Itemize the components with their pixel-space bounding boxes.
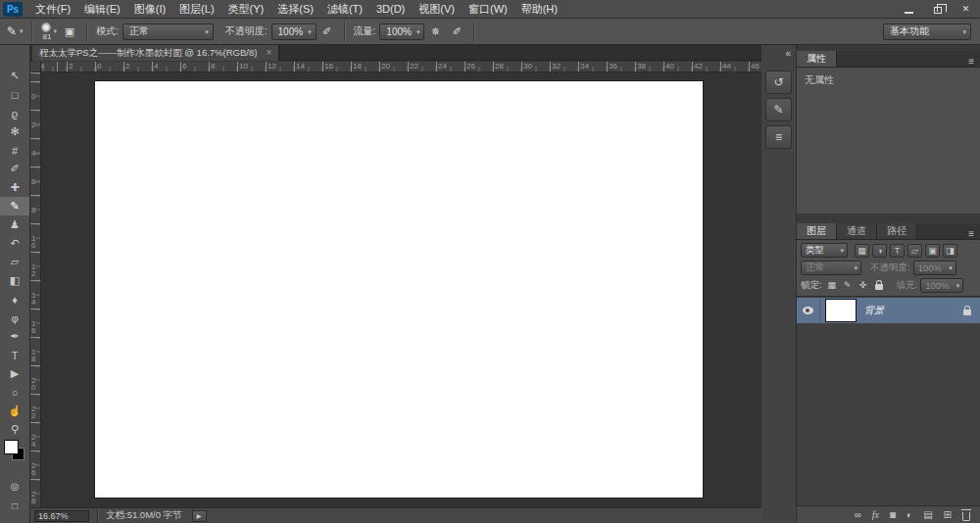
hruler-label: 2 bbox=[125, 62, 129, 71]
window-restore-button[interactable] bbox=[923, 0, 952, 19]
layer-effects-icon[interactable]: fx bbox=[872, 510, 879, 520]
panel-menu-icon[interactable]: ≡ bbox=[962, 228, 980, 239]
zoom-level-field[interactable]: 16.67% bbox=[34, 510, 89, 522]
adjustment-layer-icon[interactable]: ◐ bbox=[906, 510, 912, 520]
layer-row-background[interactable]: 背景 bbox=[797, 298, 980, 323]
tools-extra: ◎□ bbox=[0, 476, 29, 515]
document-size-info: 文档:51.0M/0 字节 bbox=[106, 509, 182, 522]
lock-transparency-icon[interactable]: ▦ bbox=[825, 279, 839, 292]
history-panel-icon[interactable]: ↺ bbox=[765, 71, 792, 94]
brush-tip-icon bbox=[41, 23, 51, 32]
gradient-tool[interactable]: ◧ bbox=[0, 271, 29, 290]
menu-item-9[interactable]: 视图(V) bbox=[412, 0, 462, 18]
toggle-brush-panel-button[interactable]: ▣ bbox=[59, 22, 80, 41]
layer-blend-mode-select[interactable]: 正常 ▾ bbox=[801, 261, 861, 275]
minimize-icon bbox=[905, 12, 913, 14]
filter-smart-objects-icon[interactable]: ▣ bbox=[925, 244, 940, 258]
move-tool[interactable]: ↖ bbox=[0, 67, 29, 85]
dodge-tool[interactable]: φ bbox=[0, 309, 29, 327]
opacity-select[interactable]: 100% ▾ bbox=[271, 24, 317, 40]
window-minimize-button[interactable] bbox=[895, 0, 923, 19]
vruler-label: 12 bbox=[31, 263, 39, 277]
brush-preset-picker[interactable]: 81 ▾ bbox=[41, 23, 57, 41]
menu-item-1[interactable]: 文件(F) bbox=[28, 0, 77, 18]
panel-menu-icon[interactable]: ≡ bbox=[962, 56, 980, 67]
filter-switch-icon[interactable]: ◨ bbox=[943, 244, 957, 258]
link-layers-icon[interactable]: ∞ bbox=[855, 510, 861, 520]
flow-select[interactable]: 100% ▾ bbox=[379, 24, 424, 40]
layer-thumbnail[interactable] bbox=[825, 299, 857, 322]
hand-tool[interactable]: ☝ bbox=[0, 402, 29, 420]
menu-item-5[interactable]: 类型(Y) bbox=[221, 0, 271, 18]
tab-channels[interactable]: 通道 bbox=[837, 223, 877, 239]
canvas[interactable] bbox=[95, 81, 703, 498]
eraser-tool[interactable]: ▱ bbox=[0, 253, 29, 271]
clone-stamp-tool[interactable]: ♟ bbox=[0, 215, 29, 234]
lasso-tool[interactable]: ϱ bbox=[0, 104, 29, 122]
pen-tool[interactable]: ✒ bbox=[0, 327, 29, 346]
hruler-label: 28 bbox=[495, 62, 504, 71]
close-icon[interactable]: × bbox=[266, 48, 271, 58]
layer-filter-select[interactable]: 类型 ▾ bbox=[801, 243, 848, 258]
window-close-button[interactable]: ✕ bbox=[952, 0, 980, 19]
tool-preset-picker[interactable]: ✎ ▾ bbox=[5, 24, 25, 38]
airbrush-button[interactable]: ✵ bbox=[424, 22, 446, 41]
filter-adjustment-layers-icon[interactable]: ◑ bbox=[872, 244, 887, 258]
type-tool[interactable]: T bbox=[0, 346, 29, 364]
menu-item-10[interactable]: 窗口(W) bbox=[462, 0, 514, 18]
lock-pixels-icon[interactable]: ✎ bbox=[841, 279, 855, 292]
delete-layer-icon[interactable] bbox=[962, 509, 970, 521]
pressure-size-button[interactable]: ✐ bbox=[446, 22, 467, 41]
brush-presets-panel-icon[interactable]: ✎ bbox=[765, 98, 792, 121]
history-brush-tool[interactable]: ↶ bbox=[0, 234, 29, 253]
hruler-label: 4 bbox=[154, 62, 158, 71]
eyedropper-tool[interactable]: ✐ bbox=[0, 160, 29, 178]
crop-tool[interactable]: # bbox=[0, 141, 29, 160]
healing-brush-tool[interactable]: ✚ bbox=[0, 178, 29, 197]
menu-item-4[interactable]: 图层(L) bbox=[172, 0, 220, 18]
status-options-button[interactable]: ▶ bbox=[192, 510, 207, 522]
menu-item-2[interactable]: 编辑(E) bbox=[77, 0, 127, 18]
menu-item-11[interactable]: 帮助(H) bbox=[514, 0, 564, 18]
menu-item-6[interactable]: 选择(S) bbox=[270, 0, 320, 18]
tab-properties[interactable]: 属性 bbox=[797, 51, 837, 67]
foreground-color-swatch[interactable] bbox=[5, 441, 18, 453]
blur-tool[interactable]: ♦ bbox=[0, 290, 29, 309]
filter-type-layers-icon[interactable]: T bbox=[890, 244, 905, 258]
layer-opacity-select[interactable]: 100% ▾ bbox=[913, 261, 956, 275]
hruler-label: 0 bbox=[97, 62, 101, 71]
quick-selection-tool[interactable]: ✻ bbox=[0, 122, 29, 141]
menu-item-3[interactable]: 图像(I) bbox=[127, 0, 172, 18]
layer-visibility-toggle[interactable] bbox=[797, 298, 820, 323]
path-selection-tool[interactable]: ▶ bbox=[0, 364, 29, 383]
expand-panels-icon[interactable]: « bbox=[785, 49, 791, 59]
hruler-label: 16 bbox=[324, 62, 333, 71]
clone-source-panel-icon[interactable]: ≡ bbox=[765, 125, 792, 149]
lock-all-icon[interactable] bbox=[872, 279, 886, 292]
blend-mode-select[interactable]: 正常 ▾ bbox=[122, 24, 214, 40]
ellipse-tool[interactable]: ○ bbox=[0, 383, 29, 402]
pasteboard bbox=[41, 72, 761, 507]
brush-tool[interactable]: ✎ bbox=[0, 197, 29, 215]
menu-item-7[interactable]: 滤镜(T) bbox=[320, 0, 369, 18]
rectangular-marquee-tool[interactable]: □ bbox=[0, 85, 29, 104]
lock-position-icon[interactable]: ✜ bbox=[857, 279, 870, 292]
layer-opacity-label: 不透明度: bbox=[870, 262, 910, 274]
chevron-down-icon: ▾ bbox=[849, 264, 858, 271]
menu-item-8[interactable]: 3D(D) bbox=[369, 0, 412, 18]
document-tab[interactable]: 程太太学PS之——制作水墨款封面 @ 16.7%(RGB/8) × bbox=[32, 45, 279, 61]
screen-mode-icon[interactable]: □ bbox=[0, 496, 29, 515]
zoom-tool[interactable]: ⚲ bbox=[0, 420, 29, 439]
filter-pixel-layers-icon[interactable]: ▦ bbox=[855, 244, 869, 258]
workspace-switcher[interactable]: 基本功能 ▾ bbox=[883, 24, 971, 40]
layer-group-icon[interactable]: ▤ bbox=[923, 510, 932, 520]
pressure-opacity-button[interactable]: ✐ bbox=[317, 22, 338, 41]
new-layer-icon[interactable]: ⊞ bbox=[944, 510, 952, 520]
quick-mask-icon[interactable]: ◎ bbox=[0, 476, 29, 496]
layer-fill-select[interactable]: 100% ▾ bbox=[920, 278, 963, 293]
layer-mask-icon[interactable]: ◙ bbox=[890, 510, 896, 520]
filter-shape-layers-icon[interactable]: ▱ bbox=[907, 244, 922, 258]
tab-paths[interactable]: 路径 bbox=[877, 223, 917, 239]
lock-label: 锁定: bbox=[801, 279, 822, 292]
tab-layers[interactable]: 图层 bbox=[797, 223, 837, 239]
